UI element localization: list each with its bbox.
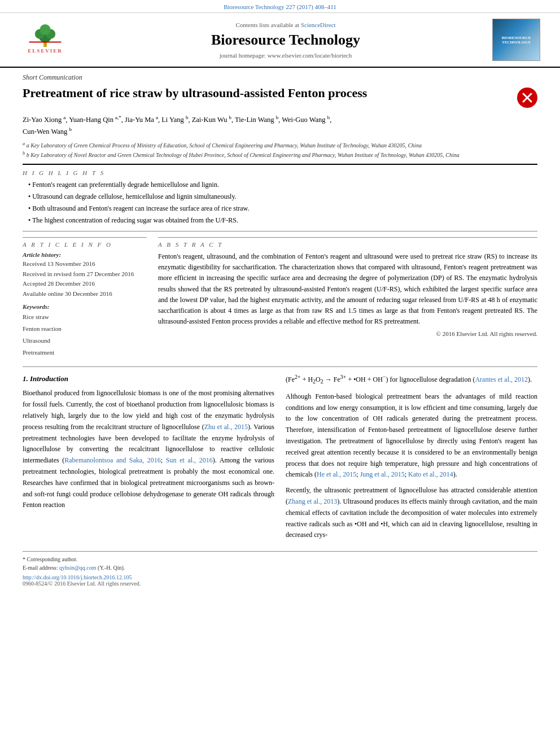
highlights-title: H I G H L I G H T S <box>23 169 537 176</box>
author-list: Zi-Yao Xiong a, Yuan-Hang Qin a,*, Jia-Y… <box>23 116 331 124</box>
body-columns: 1. Introduction Bioethanol produced from… <box>23 373 537 545</box>
article-title-row: Pretreatment of rice straw by ultrasound… <box>23 85 537 108</box>
copyright-notice: © 2016 Elsevier Ltd. All rights reserved… <box>158 330 537 337</box>
intro-para-1-cont: (Fe2+ + H2O2 → Fe3+ + •OH + OH−) for lig… <box>286 373 537 387</box>
body-col-left: 1. Introduction Bioethanol produced from… <box>23 373 274 545</box>
journal-homepage: journal homepage: www.elsevier.com/locat… <box>79 52 492 59</box>
keyword-rice-straw: Rice straw Fenton reaction Ultrasound Pr… <box>23 311 147 359</box>
elsevier-brand-text: ELSEVIER <box>28 48 63 54</box>
intro-para-3: Recently, the ultrasonic pretreatment of… <box>286 485 537 541</box>
doi-anchor[interactable]: http://dx.doi.org/10.1016/j.biortech.201… <box>23 574 132 580</box>
crossmark-badge[interactable] <box>517 88 537 108</box>
ref-jung-2015[interactable]: Jung et al., 2015 <box>360 470 405 478</box>
highlights-section: H I G H L I G H T S Fenton's reagent can… <box>23 169 537 225</box>
sciencedirect-link[interactable]: Contents lists available at ScienceDirec… <box>79 21 492 28</box>
keywords-label: Keywords: <box>23 303 147 310</box>
article-footer: * Corresponding author. E-mail address: … <box>23 551 537 587</box>
cover-title-text: BIORESOURCE TECHNOLOGY <box>495 36 537 45</box>
article-info-label: A R T I C L E I N F O <box>23 241 147 248</box>
email-label: E-mail address: <box>23 565 58 571</box>
article-info-section: A R T I C L E I N F O Article history: R… <box>23 237 147 359</box>
elsevier-logo-container: ELSEVIER <box>20 24 71 55</box>
abstract-label: A B S T R A C T <box>158 241 537 248</box>
article-type-label: Short Communication <box>23 73 537 82</box>
accepted-date: Accepted 28 December 2016 <box>23 279 147 289</box>
doi-link[interactable]: http://dx.doi.org/10.1016/j.biortech.201… <box>23 574 537 580</box>
author-list-cont: Cun-Wen Wang b <box>23 128 72 136</box>
body-section: 1. Introduction Bioethanol produced from… <box>23 366 537 545</box>
crossmark-icon <box>522 92 533 103</box>
article-title-text: Pretreatment of rice straw by ultrasound… <box>23 85 367 102</box>
contents-text: Contents lists available at <box>235 21 299 28</box>
ref-zhu-2015[interactable]: Zhu et al., 2015 <box>204 423 248 431</box>
article-content: Short Communication Pretreatment of rice… <box>0 68 560 598</box>
svg-rect-5 <box>29 41 61 42</box>
journal-cover-right: BIORESOURCE TECHNOLOGY <box>492 19 549 61</box>
ref-kato-2014[interactable]: Kato et al., 2014 <box>408 470 453 478</box>
sciencedirect-anchor[interactable]: ScienceDirect <box>301 21 336 28</box>
keywords-section: Keywords: Rice straw Fenton reaction Ult… <box>23 303 147 359</box>
highlight-item-1: Fenton's reagent can preferentially degr… <box>28 180 537 190</box>
info-abstract-columns: A R T I C L E I N F O Article history: R… <box>23 237 537 359</box>
ref-he-2015[interactable]: He et al., 2015 <box>317 470 356 478</box>
abstract-section: A B S T R A C T Fenton's reagent, ultras… <box>158 237 537 337</box>
affiliation-b: b b Key Laboratory of Novel Reactor and … <box>23 150 537 159</box>
revised-date: Received in revised form 27 December 201… <box>23 269 147 279</box>
affiliation-a: a a Key Laboratory of Green Chemical Pro… <box>23 141 537 150</box>
article-history: Article history: Received 13 November 20… <box>23 251 147 299</box>
email-note: (Y.-H. Qin). <box>98 565 125 571</box>
kw-4: Pretreatment <box>23 347 147 359</box>
highlight-item-2: Ultrasound can degrade cellulose, hemice… <box>28 191 537 202</box>
header-rule <box>23 164 537 165</box>
intro-para-2: Although Fenton-based biological pretrea… <box>286 391 537 480</box>
kw-3: Ultrasound <box>23 335 147 347</box>
highlights-list: Fenton's reagent can preferentially degr… <box>23 180 537 225</box>
kw-1: Rice straw <box>23 311 147 323</box>
ref-sun-2016[interactable]: Sun et al., 2016 <box>166 456 213 464</box>
ref-rabemanolontsoa[interactable]: Rabemanolontsoa and Saka, 2016 <box>64 456 161 464</box>
received-date: Received 13 November 2016 <box>23 259 147 269</box>
journal-citation-bar: Bioresource Technology 227 (2017) 408–41… <box>0 0 560 13</box>
journal-header: ELSEVIER Contents lists available at Sci… <box>0 13 560 68</box>
highlight-item-4: The highest concentration of reducing su… <box>28 215 537 225</box>
journal-info-center: Contents lists available at ScienceDirec… <box>79 21 492 59</box>
corresponding-email[interactable]: qyhsin@qq.com <box>59 565 97 571</box>
history-label: Article history: <box>23 251 147 258</box>
publisher-logo: ELSEVIER <box>11 24 79 55</box>
issn-line: 0960-8524/© 2016 Elsevier Ltd. All right… <box>23 580 537 587</box>
highlight-item-3: Both ultrasound and Fenton's reagent can… <box>28 203 537 213</box>
corresponding-label: * Corresponding author. <box>23 556 77 562</box>
journal-title: Bioresource Technology <box>79 32 492 49</box>
intro-heading: 1. Introduction <box>23 373 274 385</box>
authors-line: Zi-Yao Xiong a, Yuan-Hang Qin a,*, Jia-Y… <box>23 113 537 137</box>
available-date: Available online 30 December 2016 <box>23 289 147 299</box>
intro-para-1: Bioethanol produced from lignocellulosic… <box>23 388 274 511</box>
affiliations: a a Key Laboratory of Green Chemical Pro… <box>23 141 537 159</box>
abstract-column: A B S T R A C T Fenton's reagent, ultras… <box>158 237 537 359</box>
svg-point-4 <box>40 24 50 35</box>
journal-cover-image: BIORESOURCE TECHNOLOGY <box>492 19 540 61</box>
abstract-text: Fenton's reagent, ultrasound, and the co… <box>158 251 537 327</box>
ref-arantes-2012[interactable]: Arantes et al., 2012 <box>475 375 528 383</box>
highlights-rule <box>23 231 537 231</box>
ref-zhang-2013[interactable]: Zhang et al., 2013 <box>288 497 337 505</box>
journal-citation: Bioresource Technology 227 (2017) 408–41… <box>224 3 336 10</box>
article-info-column: A R T I C L E I N F O Article history: R… <box>23 237 147 359</box>
body-col-right: (Fe2+ + H2O2 → Fe3+ + •OH + OH−) for lig… <box>286 373 537 545</box>
corresponding-author-note: * Corresponding author. E-mail address: … <box>23 555 537 572</box>
kw-2: Fenton reaction <box>23 323 147 335</box>
elsevier-tree-icon <box>28 24 62 47</box>
